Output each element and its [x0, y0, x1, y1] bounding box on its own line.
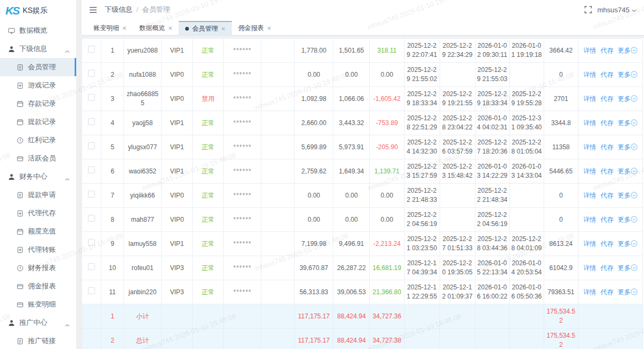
more-link[interactable]: 更多 [618, 119, 638, 127]
detail-link[interactable]: 详情 [583, 288, 596, 296]
row-checkbox[interactable] [88, 142, 95, 149]
detail-link[interactable]: 详情 [583, 216, 596, 223]
deposit-link[interactable]: 代存 [601, 240, 613, 248]
more-link[interactable]: 更多 [618, 192, 638, 199]
cell-m2: 0.00 [333, 63, 370, 87]
deposit-link[interactable]: 代存 [601, 216, 613, 223]
cell-status: 正常 [193, 135, 224, 159]
deposit-link[interactable]: 代存 [601, 264, 613, 272]
sidebar-item-5[interactable]: 提款记录 [0, 113, 76, 131]
detail-link[interactable]: 详情 [583, 192, 596, 199]
tab-1[interactable]: 数据概览× [133, 21, 179, 35]
more-link[interactable]: 更多 [618, 71, 638, 78]
more-link[interactable]: 更多 [618, 47, 638, 54]
cell-d3: 2026-01-05 22:13:34 [475, 256, 509, 280]
more-link[interactable]: 更多 [618, 168, 638, 175]
cell-num: 1 [101, 39, 124, 63]
sidebar-section-8[interactable]: 财务中心 [0, 168, 76, 186]
summary-cell-9: 34,727.36 [370, 304, 404, 329]
deposit-link[interactable]: 代存 [601, 168, 613, 175]
deposit-link[interactable]: 代存 [601, 119, 613, 127]
sidebar-item-6[interactable]: 红利记录 [0, 131, 76, 149]
detail-link[interactable]: 详情 [583, 143, 596, 151]
deposit-link[interactable]: 代存 [601, 288, 613, 296]
deposit-link[interactable]: 代存 [601, 192, 613, 199]
row-checkbox[interactable] [88, 46, 95, 53]
close-icon[interactable]: × [221, 25, 225, 32]
more-link[interactable]: 更多 [618, 240, 638, 248]
user-dropdown[interactable]: mhsus745 [597, 6, 636, 14]
row-checkbox[interactable] [88, 94, 95, 101]
cell-m1: 0.00 [295, 63, 333, 87]
sidebar-item-14[interactable]: 佣金报表 [0, 277, 76, 295]
row-checkbox-cell [82, 111, 101, 135]
sidebar-item-13[interactable]: 财务报表 [0, 259, 76, 277]
more-link[interactable]: 更多 [618, 288, 638, 296]
sidebar-scrollbar[interactable] [76, 0, 82, 349]
more-link[interactable]: 更多 [618, 216, 638, 223]
tab-3[interactable]: 佣金报表× [232, 21, 278, 35]
detail-link[interactable]: 详情 [583, 264, 596, 272]
deposit-link[interactable]: 代存 [601, 143, 613, 151]
sidebar-item-7[interactable]: 活跃会员 [0, 149, 76, 168]
detail-link[interactable]: 详情 [583, 240, 596, 248]
row-checkbox[interactable] [88, 70, 95, 77]
row-checkbox[interactable] [88, 287, 95, 294]
cell-status: 正常 [193, 63, 224, 87]
sidebar-item-11[interactable]: 额度充值 [0, 222, 76, 241]
sidebar-item-3[interactable]: 游戏记录 [0, 76, 76, 94]
detail-link[interactable]: 详情 [583, 47, 596, 54]
cell-d1: 2025-12-11 22:29:55 [404, 280, 440, 304]
cell-balance: 61042.9 [544, 256, 578, 280]
sidebar-item-2[interactable]: 会员管理 [0, 58, 76, 76]
detail-link[interactable]: 详情 [583, 95, 596, 103]
fullscreen-icon[interactable] [584, 6, 592, 13]
cell-m2: 1,501.65 [333, 39, 370, 63]
table-row: 10rofeu01VIP3正常******39,670.8726,287.221… [82, 256, 643, 280]
main-area: 下级信息/会员管理 mhsus745 账变明细×数据概览×会员管理×佣金报表× [82, 0, 644, 349]
detail-link[interactable]: 详情 [583, 119, 596, 127]
detail-link[interactable]: 详情 [583, 71, 596, 78]
tab-0[interactable]: 账变明细× [87, 21, 133, 35]
more-link[interactable]: 更多 [618, 264, 638, 272]
sidebar-item-12[interactable]: 代理转账 [0, 241, 76, 259]
sidebar-item-0[interactable]: 数据概览 [0, 21, 76, 40]
row-checkbox[interactable] [88, 191, 95, 198]
row-checkbox[interactable] [88, 118, 95, 125]
summary-cell-0 [82, 304, 101, 329]
cell-profit: 318.11 [370, 39, 404, 63]
cell-password: ****** [224, 159, 261, 184]
empty-cell [261, 135, 295, 159]
close-icon[interactable]: × [169, 25, 173, 32]
row-checkbox[interactable] [88, 239, 95, 246]
row-checkbox[interactable] [88, 263, 95, 270]
cell-d3: 2026-01-03 14:22:29 [475, 159, 509, 184]
more-link[interactable]: 更多 [618, 143, 638, 151]
hamburger-icon[interactable] [89, 6, 97, 13]
deposit-link[interactable]: 代存 [601, 71, 613, 78]
row-checkbox-cell [82, 256, 101, 280]
table-row: 6waoi6352VIP1正常******2,759.621,649.341,1… [82, 159, 643, 184]
sidebar-item-17[interactable]: 推广链接 [0, 332, 76, 349]
close-icon[interactable]: × [122, 25, 127, 32]
sidebar-item-label: 数据概览 [19, 26, 47, 35]
sidebar-section-1[interactable]: 下级信息 [0, 40, 76, 58]
tab-2[interactable]: 会员管理× [179, 21, 232, 35]
detail-link[interactable]: 详情 [583, 168, 596, 175]
row-checkbox[interactable] [88, 166, 95, 173]
sidebar-item-15[interactable]: 账变明细 [0, 295, 76, 314]
deposit-link[interactable]: 代存 [601, 95, 613, 103]
cell-password: ****** [224, 256, 261, 280]
more-link[interactable]: 更多 [618, 95, 638, 103]
deposit-link[interactable]: 代存 [601, 47, 613, 54]
row-checkbox[interactable] [88, 215, 95, 222]
close-icon[interactable]: × [267, 25, 272, 32]
clock-icon [16, 264, 24, 272]
sidebar-item-9[interactable]: 提款申请 [0, 186, 76, 204]
cell-d2: 2025-12-29 19:21:55 [440, 87, 475, 111]
sidebar-section-16[interactable]: 推广中心 [0, 314, 76, 332]
breadcrumb-parent[interactable]: 下级信息 [105, 5, 133, 13]
sidebar-item-10[interactable]: 代理代存 [0, 204, 76, 222]
sidebar-item-4[interactable]: 存款记录 [0, 94, 76, 113]
summary-cell-5 [224, 329, 261, 349]
